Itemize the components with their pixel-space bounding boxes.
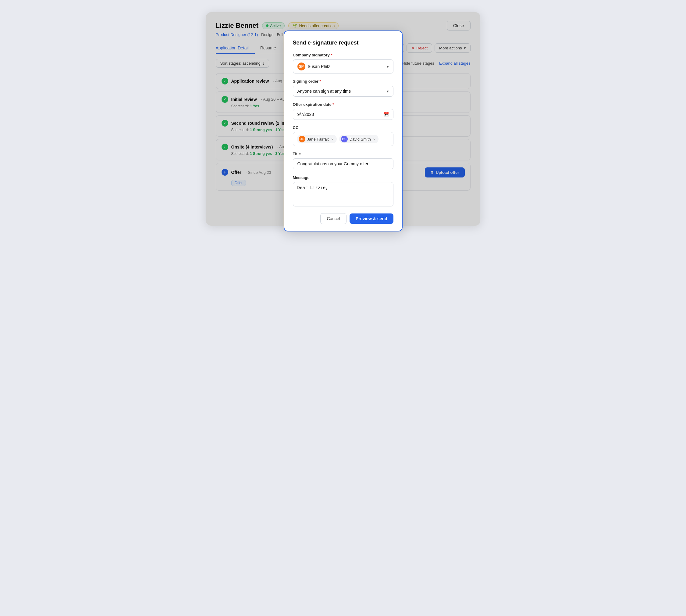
modal-overlay: Send e-signature request Company signato… xyxy=(206,12,480,226)
cc-name-david: David Smith xyxy=(349,137,371,141)
company-signatory-chevron-icon: ▾ xyxy=(387,64,389,69)
app-card: Lizzie Bennet Active 🌱 Needs offer creat… xyxy=(206,12,480,226)
message-section: Message xyxy=(293,175,393,212)
preview-send-button[interactable]: Preview & send xyxy=(349,214,393,224)
cc-section: CC JF Jane Fairfax × DS David Smith × xyxy=(293,125,393,146)
cc-chip-jane-fairfax: JF Jane Fairfax × xyxy=(297,135,337,143)
message-label: Message xyxy=(293,175,393,180)
message-textarea[interactable] xyxy=(293,182,393,206)
modal-footer: Cancel Preview & send xyxy=(293,213,393,224)
cc-chip-david-smith: DS David Smith × xyxy=(339,135,379,143)
offer-expiration-label: Offer expiration date * xyxy=(293,102,393,107)
cc-remove-david[interactable]: × xyxy=(373,137,376,141)
cc-remove-jane[interactable]: × xyxy=(331,137,334,141)
cc-chips-container[interactable]: JF Jane Fairfax × DS David Smith × xyxy=(293,132,393,146)
signing-order-section: Signing order * Anyone can sign at any t… xyxy=(293,79,393,97)
signing-order-label: Signing order * xyxy=(293,79,393,84)
title-label: Title xyxy=(293,152,393,156)
offer-expiration-section: Offer expiration date * 9/7/2023 📅 xyxy=(293,102,393,120)
title-section: Title xyxy=(293,152,393,175)
offer-expiration-date-input[interactable]: 9/7/2023 📅 xyxy=(293,109,393,120)
cc-avatar-jane: JF xyxy=(299,136,305,142)
title-input[interactable] xyxy=(293,158,393,169)
cc-avatar-david: DS xyxy=(341,136,348,142)
cc-label: CC xyxy=(293,125,393,130)
company-signatory-label: Company signatory * xyxy=(293,53,393,57)
calendar-icon: 📅 xyxy=(384,112,389,117)
modal-title: Send e-signature request xyxy=(293,40,393,46)
company-signatory-avatar: SP xyxy=(297,63,305,70)
cancel-button[interactable]: Cancel xyxy=(320,213,346,224)
company-signatory-section: Company signatory * SP Susan Philz ▾ xyxy=(293,53,393,73)
esignature-modal: Send e-signature request Company signato… xyxy=(284,30,403,232)
signing-order-chevron-icon: ▾ xyxy=(387,89,389,94)
signing-order-select[interactable]: Anyone can sign at any time ▾ xyxy=(293,86,393,97)
cc-name-jane: Jane Fairfax xyxy=(307,137,329,141)
company-signatory-select[interactable]: SP Susan Philz ▾ xyxy=(293,60,393,73)
